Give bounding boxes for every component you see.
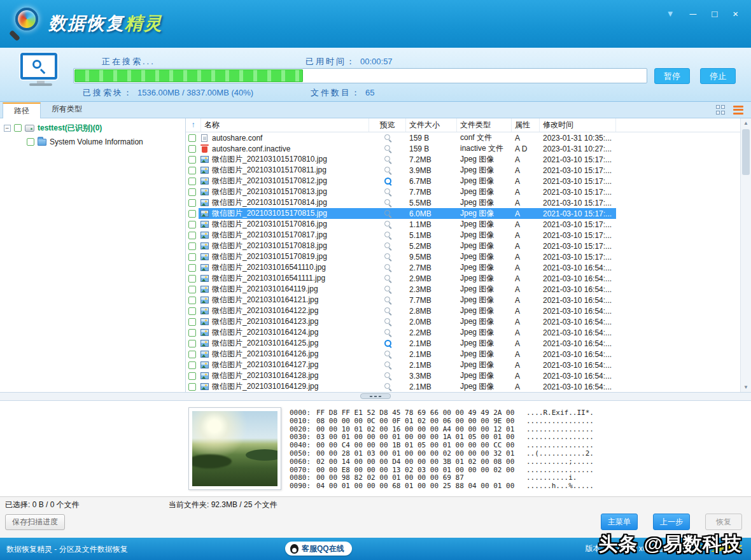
- maximize-button[interactable]: □: [712, 8, 717, 20]
- preview-magnifier-icon[interactable]: [384, 285, 392, 293]
- table-row[interactable]: 微信图片_20210310164122.jpg2.8MBJpeg 图像A2021…: [186, 305, 740, 316]
- preview-magnifier-icon[interactable]: [384, 199, 392, 207]
- splitter-handle[interactable]: [360, 393, 391, 399]
- table-row[interactable]: 微信图片_2021031016541110.jpg2.7MBJpeg 图像A20…: [186, 262, 740, 273]
- save-progress-button[interactable]: 保存扫描进度: [5, 514, 65, 530]
- main-menu-button[interactable]: 主菜单: [601, 514, 638, 530]
- row-checkbox[interactable]: [188, 145, 196, 153]
- preview-magnifier-icon[interactable]: [384, 361, 392, 369]
- row-checkbox[interactable]: [188, 210, 196, 218]
- row-checkbox[interactable]: [188, 199, 196, 207]
- qq-support-button[interactable]: 客服QQ在线: [285, 542, 352, 556]
- preview-magnifier-icon[interactable]: [384, 166, 392, 174]
- row-checkbox[interactable]: [188, 361, 196, 369]
- column-header-attr[interactable]: 属性: [512, 118, 540, 132]
- table-row[interactable]: 微信图片_2021031015170812.jpg6.7MBJpeg 图像A20…: [186, 176, 740, 186]
- table-row[interactable]: 微信图片_20210310164119.jpg2.3MBJpeg 图像A2021…: [186, 284, 740, 295]
- table-row[interactable]: 微信图片_2021031015170817.jpg5.1MBJpeg 图像A20…: [186, 230, 740, 241]
- table-row[interactable]: 微信图片_20210310164127.jpg2.1MBJpeg 图像A2021…: [186, 360, 740, 370]
- table-row[interactable]: 微信图片_2021031015170810.jpg7.2MBJpeg 图像A20…: [186, 154, 740, 165]
- scroll-up-icon[interactable]: ▲: [741, 118, 751, 128]
- preview-magnifier-icon[interactable]: [384, 339, 392, 347]
- preview-magnifier-icon[interactable]: [384, 253, 392, 261]
- close-button[interactable]: ×: [733, 8, 738, 20]
- preview-magnifier-icon[interactable]: [384, 372, 392, 380]
- row-checkbox[interactable]: [188, 253, 196, 261]
- table-row[interactable]: 微信图片_2021031015170814.jpg5.5MBJpeg 图像A20…: [186, 197, 740, 208]
- preview-magnifier-icon[interactable]: [384, 231, 392, 239]
- table-row[interactable]: 微信图片_20210310164126.jpg2.1MBJpeg 图像A2021…: [186, 349, 740, 360]
- preview-magnifier-icon[interactable]: [384, 220, 392, 228]
- preview-magnifier-icon[interactable]: [384, 144, 392, 153]
- table-row[interactable]: 微信图片_2021031015170818.jpg5.2MBJpeg 图像A20…: [186, 241, 740, 251]
- preview-magnifier-icon[interactable]: [384, 382, 392, 391]
- row-checkbox[interactable]: [188, 232, 196, 239]
- preview-magnifier-icon[interactable]: [384, 177, 392, 185]
- table-row[interactable]: 微信图片_20210310164121.jpg7.7MBJpeg 图像A2021…: [186, 295, 740, 305]
- row-checkbox[interactable]: [188, 275, 196, 283]
- preview-magnifier-icon[interactable]: [384, 296, 392, 304]
- row-checkbox[interactable]: [188, 329, 196, 337]
- collapse-icon[interactable]: −: [4, 125, 11, 132]
- table-row[interactable]: 微信图片_2021031015170816.jpg1.1MBJpeg 图像A20…: [186, 219, 740, 230]
- recover-button[interactable]: 恢复: [705, 514, 742, 530]
- tree-item-system-volume[interactable]: System Volume Information: [0, 135, 185, 149]
- table-row[interactable]: 微信图片_20210310164129.jpg2.1MBJpeg 图像A2021…: [186, 381, 740, 392]
- row-checkbox[interactable]: [188, 134, 196, 142]
- row-checkbox[interactable]: [188, 178, 196, 185]
- scroll-down-icon[interactable]: ▼: [741, 382, 751, 392]
- row-checkbox[interactable]: [188, 307, 196, 315]
- table-row[interactable]: 微信图片_2021031016541111.jpg2.9MBJpeg 图像A20…: [186, 273, 740, 284]
- scrollbar-thumb[interactable]: [742, 129, 750, 175]
- row-checkbox[interactable]: [188, 340, 196, 347]
- preview-magnifier-icon[interactable]: [384, 274, 392, 283]
- column-header-modified[interactable]: 修改时间: [540, 118, 616, 132]
- preview-magnifier-icon[interactable]: [384, 242, 392, 250]
- table-row[interactable]: 微信图片_20210310164125.jpg2.1MBJpeg 图像A2021…: [186, 338, 740, 349]
- tab-path[interactable]: 路径: [3, 102, 41, 118]
- dropdown-menu-icon[interactable]: ▼: [666, 8, 675, 20]
- column-header-preview[interactable]: 预览: [369, 118, 406, 132]
- row-checkbox[interactable]: [188, 264, 196, 272]
- row-checkbox[interactable]: [188, 221, 196, 228]
- grid-view-icon[interactable]: [716, 105, 727, 115]
- preview-magnifier-icon[interactable]: [384, 307, 392, 315]
- table-row[interactable]: 微信图片_2021031015170815.jpg6.0MBJpeg 图像A20…: [186, 208, 740, 219]
- tree-item-root[interactable]: − testtest(已识别)(0): [0, 121, 185, 135]
- table-row[interactable]: 微信图片_20210310164128.jpg3.3MBJpeg 图像A2021…: [186, 370, 740, 381]
- preview-magnifier-icon[interactable]: [384, 350, 392, 358]
- vertical-scrollbar[interactable]: ▲ ▼: [740, 118, 751, 392]
- row-checkbox[interactable]: [188, 297, 196, 304]
- preview-magnifier-icon[interactable]: [384, 318, 392, 326]
- up-directory-icon[interactable]: ↑: [186, 118, 201, 132]
- tree-checkbox[interactable]: [27, 138, 34, 146]
- column-header-type[interactable]: 文件类型: [457, 118, 512, 132]
- table-row[interactable]: autoshare.conf159 Bconf 文件A2023-01-31 10…: [186, 132, 740, 143]
- table-row[interactable]: autoshare.conf.inactive159 Binactive 文件A…: [186, 143, 740, 154]
- stop-button[interactable]: 停止: [700, 68, 736, 84]
- row-checkbox[interactable]: [188, 372, 196, 380]
- list-view-icon[interactable]: [733, 105, 745, 115]
- column-header-size[interactable]: 文件大小: [406, 118, 457, 132]
- prev-step-button[interactable]: 上一步: [653, 514, 690, 530]
- table-row[interactable]: 微信图片_20210310164124.jpg2.2MBJpeg 图像A2021…: [186, 327, 740, 338]
- table-row[interactable]: 微信图片_20210310164123.jpg2.0MBJpeg 图像A2021…: [186, 316, 740, 327]
- table-row[interactable]: 微信图片_2021031015170813.jpg7.7MBJpeg 图像A20…: [186, 186, 740, 197]
- row-checkbox[interactable]: [188, 286, 196, 293]
- row-checkbox[interactable]: [188, 351, 196, 358]
- row-checkbox[interactable]: [188, 383, 196, 391]
- preview-magnifier-icon[interactable]: [384, 134, 392, 142]
- row-checkbox[interactable]: [188, 156, 196, 164]
- row-checkbox[interactable]: [188, 318, 196, 326]
- row-checkbox[interactable]: [188, 242, 196, 250]
- preview-magnifier-icon[interactable]: [384, 263, 392, 272]
- preview-magnifier-icon[interactable]: [384, 155, 392, 164]
- row-checkbox[interactable]: [188, 188, 196, 196]
- preview-magnifier-icon[interactable]: [384, 328, 392, 337]
- tree-checkbox[interactable]: [14, 124, 22, 132]
- pause-button[interactable]: 暂停: [654, 68, 690, 84]
- preview-magnifier-icon[interactable]: [384, 188, 392, 196]
- column-header-name[interactable]: 名称: [201, 118, 369, 132]
- minimize-button[interactable]: ─: [690, 8, 697, 20]
- table-row[interactable]: 微信图片_2021031015170819.jpg9.5MBJpeg 图像A20…: [186, 251, 740, 262]
